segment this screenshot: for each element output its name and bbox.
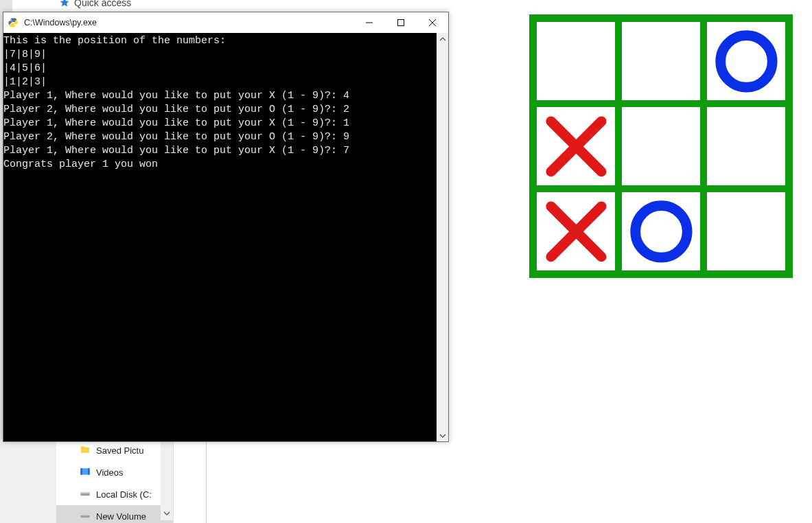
ttt-cell-6[interactable] bbox=[707, 107, 785, 185]
ttt-cell-8[interactable] bbox=[622, 22, 700, 100]
svg-rect-2 bbox=[88, 468, 90, 474]
svg-rect-7 bbox=[80, 514, 89, 515]
scroll-up-icon[interactable] bbox=[437, 33, 448, 45]
svg-point-8 bbox=[88, 516, 89, 517]
explorer-quick-access[interactable]: Quick access bbox=[59, 0, 131, 8]
svg-rect-9 bbox=[398, 20, 404, 26]
svg-point-10 bbox=[720, 35, 772, 87]
svg-rect-4 bbox=[80, 492, 89, 493]
ttt-cell-9[interactable] bbox=[707, 22, 785, 100]
star-icon bbox=[59, 0, 70, 8]
explorer-sidebar-fragment: Saved PictuVideosLocal Disk (C:New Volum… bbox=[56, 439, 174, 523]
ttt-cell-4[interactable] bbox=[537, 107, 615, 185]
sidebar-item-label: Saved Pictu bbox=[96, 445, 143, 456]
console-output[interactable]: This is the position of the numbers: |7|… bbox=[3, 33, 437, 441]
drive-icon bbox=[80, 488, 91, 501]
sidebar-item-label: Local Disk (C: bbox=[96, 489, 152, 500]
console-scrollbar[interactable] bbox=[437, 33, 448, 441]
maximize-button[interactable] bbox=[385, 12, 417, 33]
svg-point-11 bbox=[635, 205, 687, 257]
sidebar-item[interactable]: Videos bbox=[56, 461, 173, 483]
sidebar-item[interactable]: Local Disk (C: bbox=[56, 483, 173, 505]
sidebar-item-label: New Volume bbox=[96, 511, 146, 522]
sidebar-item[interactable]: New Volume bbox=[56, 505, 173, 523]
explorer-sidebar-scrollbar[interactable] bbox=[161, 439, 173, 520]
drive-icon bbox=[80, 510, 91, 523]
chevron-down-icon[interactable] bbox=[161, 507, 173, 520]
ttt-cell-1[interactable] bbox=[537, 192, 615, 270]
ttt-cell-5[interactable] bbox=[622, 107, 700, 185]
svg-rect-1 bbox=[80, 468, 82, 474]
ttt-cell-7[interactable] bbox=[537, 22, 615, 100]
console-titlebar[interactable]: C:\Windows\py.exe bbox=[3, 12, 448, 33]
close-button[interactable] bbox=[417, 12, 448, 33]
console-body: This is the position of the numbers: |7|… bbox=[3, 33, 448, 441]
sidebar-item-label: Videos bbox=[96, 467, 124, 478]
ttt-cell-3[interactable] bbox=[707, 192, 785, 270]
ttt-cell-2[interactable] bbox=[622, 192, 700, 270]
svg-point-5 bbox=[88, 494, 89, 495]
folder-icon bbox=[80, 444, 91, 457]
scroll-down-icon[interactable] bbox=[437, 430, 448, 441]
tictactoe-board bbox=[529, 14, 793, 278]
video-icon bbox=[80, 466, 91, 479]
explorer-divider bbox=[206, 439, 207, 523]
quick-access-label: Quick access bbox=[74, 0, 131, 8]
console-title: C:\Windows\py.exe bbox=[23, 18, 353, 27]
sidebar-item[interactable]: Saved Pictu bbox=[56, 439, 173, 461]
minimize-button[interactable] bbox=[353, 12, 385, 33]
python-icon bbox=[3, 12, 23, 33]
console-window: C:\Windows\py.exe This is the position o… bbox=[3, 12, 449, 442]
